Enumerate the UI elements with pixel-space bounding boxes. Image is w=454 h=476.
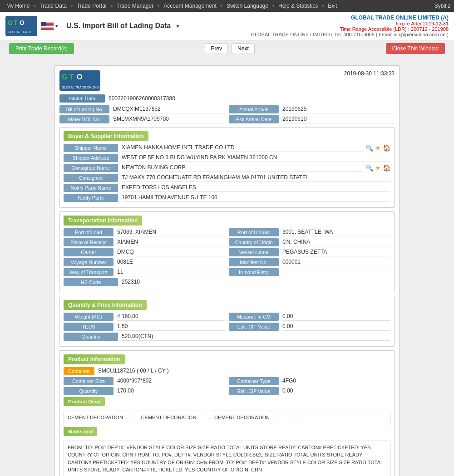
bol-field: Bill of Lading No. DMCQXIM1137852 bbox=[59, 105, 225, 113]
bol-row: Bill of Lading No. DMCQXIM1137852 Actual… bbox=[59, 105, 395, 113]
marks-label: Marks and bbox=[64, 427, 97, 436]
bol-label: Bill of Lading No. bbox=[59, 105, 109, 113]
shipper-address-label: Shipper Address bbox=[64, 154, 118, 162]
carrier-field: Carrier DMCQ bbox=[64, 248, 225, 256]
buyer-supplier-header: Buyer & Supplier Information bbox=[64, 131, 390, 144]
svg-text:O: O bbox=[77, 73, 82, 81]
nav-my-home[interactable]: My Home bbox=[4, 2, 32, 10]
container-value: SMCU1187216 ( 00 / L / CY ) bbox=[98, 368, 390, 375]
container-button[interactable]: Container bbox=[64, 367, 94, 375]
weight-field: Weight (KG) 4,160.00 bbox=[64, 313, 225, 321]
port-load-label: Port of Load bbox=[64, 228, 114, 236]
teus-value: 1.50 bbox=[117, 323, 225, 331]
title-dropdown-icon[interactable]: ▾ bbox=[176, 22, 179, 29]
esti-arrival-field: Esti Arrival Date 20190610 bbox=[229, 115, 395, 123]
quantity-price-title: Quantity & Price Information bbox=[64, 300, 147, 310]
svg-rect-14 bbox=[41, 27, 54, 28]
svg-rect-18 bbox=[41, 22, 46, 26]
header-contact: GLOBAL TRADE ONLINE LIMITED ( Tel: 400-7… bbox=[251, 32, 449, 37]
nav-help-statistics[interactable]: Help & Statistics bbox=[276, 2, 321, 10]
record-header: G T O GLOBAL TRADE ONLINE LIMITED 2019-0… bbox=[59, 70, 395, 91]
consignee-value: TJ MAXX 770 COCHITUATE RD FRAMINGHAM MA … bbox=[122, 174, 390, 182]
mater-bol-row: Mater BOL No. SMLMXMN9A1709700 Esti Arri… bbox=[59, 115, 395, 123]
vessel-name-value: PEGASUS ZETTA bbox=[282, 249, 390, 256]
mater-bol-value: SMLMXMN9A1709700 bbox=[113, 116, 225, 123]
top-action-bar: Print Trade Record(s) Prev Next Close Th… bbox=[0, 40, 454, 57]
manifest-value: 000001 bbox=[282, 259, 390, 266]
voyage-field: Voyage Number 0081E bbox=[64, 258, 225, 266]
shipper-search-icon[interactable]: 🔍 bbox=[365, 144, 373, 152]
notify-party-label: Notify Party bbox=[64, 194, 118, 202]
voyage-manifest-row: Voyage Number 0081E Manifest No. 000001 bbox=[64, 258, 390, 266]
logo-area: G T O GLOBAL TRADE ▾ bbox=[5, 16, 179, 36]
next-button-top[interactable]: Next bbox=[232, 43, 255, 54]
flag-area: ▾ bbox=[41, 22, 58, 30]
measure-field: Measure in CM 0.00 bbox=[229, 313, 390, 321]
record-gto-logo-icon: G T O GLOBAL TRADE ONLINE LIMITED bbox=[59, 70, 100, 91]
way-transport-value: 11 bbox=[117, 269, 225, 276]
container-type-field: Container Type 4FG0 bbox=[229, 377, 390, 385]
country-origin-field: Country of Origin CN, CHINA bbox=[229, 238, 390, 246]
gto-logo-icon: G T O GLOBAL TRADE bbox=[5, 16, 37, 36]
product-desc-content: CEMENT DECORATION . . . . . . CEMENT DEC… bbox=[64, 411, 390, 425]
consignee-home-icon[interactable]: 🏠 bbox=[383, 164, 390, 172]
shipper-home-icon[interactable]: 🏠 bbox=[383, 144, 390, 152]
nav-exit[interactable]: Exit bbox=[325, 2, 340, 10]
product-section: Product Information Container SMCU118721… bbox=[59, 350, 395, 476]
hs-code-value: 252310 bbox=[122, 279, 390, 286]
in-bond-label: In-bond Entry bbox=[229, 268, 279, 276]
product-cif-label: Esti. CIF Value bbox=[229, 387, 279, 395]
esti-cif-qp-label: Esti. CIF Value bbox=[229, 323, 279, 331]
prev-button-top[interactable]: Prev bbox=[205, 43, 228, 54]
container-size-type-row: Container Size 4000*907*802 Container Ty… bbox=[64, 377, 390, 385]
place-receipt-value: XIAMEN bbox=[117, 239, 225, 246]
svg-rect-17 bbox=[41, 29, 54, 30]
esti-cif-qp-value: 0.00 bbox=[282, 323, 390, 331]
country-origin-value: CN, CHINA bbox=[282, 239, 390, 246]
consignee-search-icon[interactable]: 🔍 bbox=[365, 164, 373, 172]
teus-label: TEUS bbox=[64, 323, 114, 331]
hs-code-label: HS Code bbox=[64, 278, 118, 286]
actual-arrival-label: Actual Arrival bbox=[229, 105, 279, 113]
svg-text:G: G bbox=[62, 73, 67, 81]
transport-bond-row: Way of Transport 11 In-bond Entry bbox=[64, 268, 390, 276]
consignee-star-icon[interactable]: ★ bbox=[375, 164, 381, 172]
consignee-name-label: Consignee Name bbox=[64, 164, 118, 172]
svg-text:GLOBAL TRADE ONLINE LIMITED: GLOBAL TRADE ONLINE LIMITED bbox=[62, 86, 100, 89]
nav-account-management[interactable]: Account Management bbox=[161, 2, 219, 10]
expire-info: Expire After 2019-12-31 bbox=[251, 21, 449, 26]
consignee-label: Consignee bbox=[64, 174, 118, 182]
print-button-top[interactable]: Print Trade Record(s) bbox=[9, 43, 74, 54]
teus-field: TEUS 1.50 bbox=[64, 323, 225, 331]
place-receipt-field: Place of Receipt XIAMEN bbox=[64, 238, 225, 246]
vessel-name-field: Vessel Name PEGASUS ZETTA bbox=[229, 248, 390, 256]
container-type-value: 4FG0 bbox=[282, 378, 390, 385]
transportation-header: Transportation Information bbox=[64, 216, 390, 228]
svg-text:G: G bbox=[8, 19, 13, 26]
way-transport-field: Way of Transport 11 bbox=[64, 268, 225, 276]
actual-arrival-field: Actual Arrival 20190625 bbox=[229, 105, 395, 113]
global-data-label: Global Data bbox=[59, 94, 105, 103]
voyage-label: Voyage Number bbox=[64, 258, 114, 266]
mater-bol-label: Mater BOL No. bbox=[59, 115, 109, 123]
nav-trade-data[interactable]: Trade Data bbox=[37, 2, 69, 10]
svg-text:T: T bbox=[14, 19, 18, 26]
product-qty-label: Quantity bbox=[64, 387, 114, 395]
shipper-star-icon[interactable]: ★ bbox=[375, 144, 381, 152]
esti-cif-qp-field: Esti. CIF Value 0.00 bbox=[229, 323, 390, 331]
manifest-label: Manifest No. bbox=[229, 258, 279, 266]
consignee-name-value: NEWTON BUYING CORP bbox=[122, 164, 363, 172]
nav-switch-language[interactable]: Switch Language bbox=[224, 2, 271, 10]
notify-party-name-label: Notify Party Name bbox=[64, 184, 118, 192]
receipt-origin-row: Place of Receipt XIAMEN Country of Origi… bbox=[64, 238, 390, 246]
svg-text:O: O bbox=[20, 19, 25, 26]
svg-text:T: T bbox=[69, 73, 74, 81]
mater-bol-field: Mater BOL No. SMLMXMN9A1709700 bbox=[59, 115, 225, 123]
nav-trade-portal[interactable]: Trade Portal bbox=[74, 2, 109, 10]
quantity-price-header: Quantity & Price Information bbox=[64, 300, 390, 313]
place-receipt-label: Place of Receipt bbox=[64, 238, 114, 246]
nav-trade-manager[interactable]: Trade Manager bbox=[114, 2, 157, 10]
weight-value: 4,160.00 bbox=[117, 313, 225, 321]
close-button-top[interactable]: Close This Window bbox=[386, 43, 445, 54]
quantity-qp-label: Quantity bbox=[64, 333, 118, 341]
